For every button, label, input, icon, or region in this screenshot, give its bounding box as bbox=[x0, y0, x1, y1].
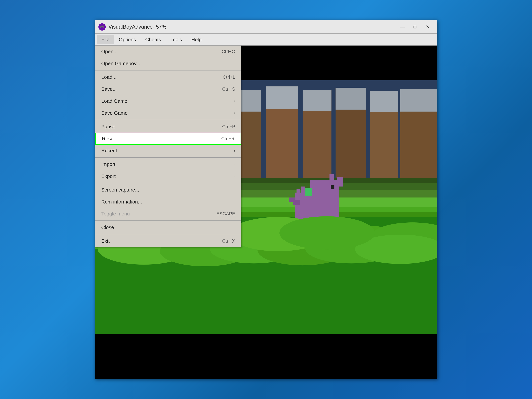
menu-item-reset[interactable]: Reset Ctrl+R bbox=[95, 133, 241, 145]
app-icon: 🎮 bbox=[98, 23, 106, 31]
separator-1 bbox=[95, 70, 241, 70]
window-title: VisualBoyAdvance- 57% bbox=[108, 24, 396, 30]
menu-item-open[interactable]: Open... Ctrl+O bbox=[95, 45, 241, 57]
menu-item-pause[interactable]: Pause Ctrl+P bbox=[95, 121, 241, 133]
svg-rect-46 bbox=[331, 185, 334, 189]
menu-item-exit[interactable]: Exit Ctrl+X bbox=[95, 235, 241, 247]
maximize-button[interactable]: □ bbox=[409, 22, 421, 32]
file-dropdown: Open... Ctrl+O Open Gameboy... Load... C… bbox=[95, 45, 241, 247]
menu-item-save-game[interactable]: Save Game › bbox=[95, 107, 241, 119]
separator-4 bbox=[95, 183, 241, 183]
svg-rect-48 bbox=[297, 189, 300, 196]
svg-rect-44 bbox=[329, 174, 334, 185]
svg-rect-17 bbox=[336, 88, 366, 110]
separator-5 bbox=[95, 221, 241, 221]
title-bar: 🎮 VisualBoyAdvance- 57% — □ ✕ bbox=[95, 20, 437, 34]
menu-item-export[interactable]: Export › bbox=[95, 170, 241, 182]
svg-rect-47 bbox=[305, 188, 312, 196]
menu-item-rom-info[interactable]: Rom information... bbox=[95, 196, 241, 208]
svg-rect-21 bbox=[400, 89, 437, 112]
svg-rect-13 bbox=[266, 86, 298, 109]
menu-item-recent[interactable]: Recent › bbox=[95, 145, 241, 157]
svg-rect-58 bbox=[95, 334, 437, 379]
menu-item-load-game[interactable]: Load Game › bbox=[95, 95, 241, 107]
menu-item-save[interactable]: Save... Ctrl+S bbox=[95, 83, 241, 95]
menu-item-import[interactable]: Import › bbox=[95, 158, 241, 170]
svg-rect-54 bbox=[289, 197, 295, 202]
menu-item-open-gameboy[interactable]: Open Gameboy... bbox=[95, 57, 241, 70]
menu-item-close[interactable]: Close bbox=[95, 222, 241, 234]
svg-point-57 bbox=[279, 216, 375, 250]
svg-rect-49 bbox=[301, 187, 305, 194]
menu-item-load[interactable]: Load... Ctrl+L bbox=[95, 71, 241, 83]
window-controls: — □ ✕ bbox=[396, 22, 434, 32]
svg-rect-15 bbox=[303, 90, 331, 111]
minimize-button[interactable]: — bbox=[396, 22, 408, 32]
menu-help[interactable]: Help bbox=[187, 35, 206, 44]
close-button[interactable]: ✕ bbox=[422, 22, 434, 32]
separator-2 bbox=[95, 120, 241, 120]
menu-file[interactable]: File bbox=[97, 35, 114, 44]
svg-rect-43 bbox=[310, 180, 339, 202]
menu-tools[interactable]: Tools bbox=[166, 35, 187, 44]
menu-options[interactable]: Options bbox=[114, 35, 140, 44]
menu-item-toggle-menu[interactable]: Toggle menu ESCAPE bbox=[95, 208, 241, 220]
separator-6 bbox=[95, 234, 241, 234]
dropdown-menu: Open... Ctrl+O Open Gameboy... Load... C… bbox=[95, 45, 241, 247]
menu-cheats[interactable]: Cheats bbox=[141, 35, 166, 44]
svg-rect-45 bbox=[337, 177, 343, 187]
app-window: 🎮 VisualBoyAdvance- 57% — □ ✕ File Optio… bbox=[95, 20, 437, 379]
menu-bar: File Options Cheats Tools Help bbox=[95, 34, 437, 45]
separator-3 bbox=[95, 157, 241, 158]
svg-rect-19 bbox=[370, 91, 398, 112]
menu-item-screen-capture[interactable]: Screen capture... bbox=[95, 184, 241, 196]
